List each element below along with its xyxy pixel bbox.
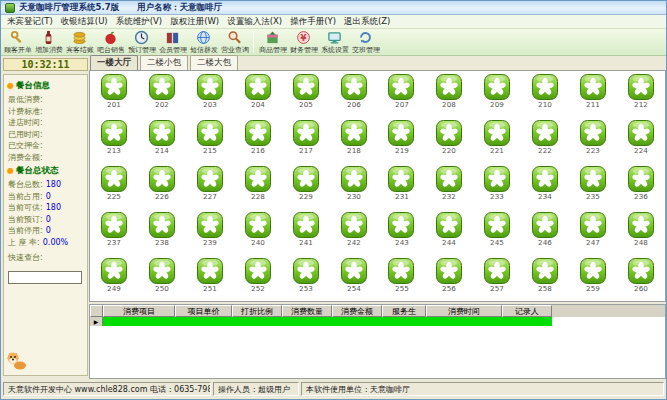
table-button-210[interactable]: 210: [521, 74, 569, 120]
table-button-248[interactable]: 248: [617, 212, 665, 258]
table-button-225[interactable]: 225: [90, 166, 138, 212]
table-button-259[interactable]: 259: [569, 258, 617, 302]
table-button-254[interactable]: 254: [330, 258, 378, 302]
table-status-label: 餐台总数:: [8, 179, 43, 191]
table-button-232[interactable]: 232: [425, 166, 473, 212]
table-button-251[interactable]: 251: [186, 258, 234, 302]
table-button-205[interactable]: 205: [282, 74, 330, 120]
floor-tabs: 一楼大厅二楼小包二楼大包: [89, 56, 666, 70]
table-button-260[interactable]: 260: [617, 258, 665, 302]
table-button-201[interactable]: 201: [90, 74, 138, 120]
table-number: 259: [572, 284, 615, 292]
table-button-233[interactable]: 233: [473, 166, 521, 212]
menu-item-3[interactable]: 系统维护(V): [116, 16, 162, 28]
table-button-219[interactable]: 219: [378, 120, 426, 166]
table-button-228[interactable]: 228: [234, 166, 282, 212]
table-button-221[interactable]: 221: [473, 120, 521, 166]
menu-item-2[interactable]: 收银结算(U): [61, 16, 108, 28]
tab-floor-3[interactable]: 二楼大包: [190, 55, 238, 70]
table-button-202[interactable]: 202: [138, 74, 186, 120]
toolbar-button-globe[interactable]: 短信群发: [188, 29, 219, 55]
table-button-208[interactable]: 208: [425, 74, 473, 120]
menu-item-1[interactable]: 来宾登记(T): [7, 16, 53, 28]
table-button-242[interactable]: 242: [330, 212, 378, 258]
table-button-222[interactable]: 222: [521, 120, 569, 166]
toolbar-button-bottle[interactable]: 增加消费: [33, 29, 64, 55]
toolbar-button-shift[interactable]: 交班管理: [350, 29, 381, 55]
table-button-209[interactable]: 209: [473, 74, 521, 120]
table-button-224[interactable]: 224: [617, 120, 665, 166]
column-header-7[interactable]: 消费时间: [426, 305, 502, 317]
toolbar-button-books[interactable]: 会员管理: [157, 29, 188, 55]
table-button-247[interactable]: 247: [569, 212, 617, 258]
orange-bullet-icon: ●: [7, 81, 14, 90]
quick-find-input[interactable]: [8, 271, 82, 284]
table-button-249[interactable]: 249: [90, 258, 138, 302]
tab-floor-2[interactable]: 二楼小包: [140, 55, 188, 70]
toolbar-button-coins[interactable]: 宾客结账: [64, 29, 95, 55]
table-button-231[interactable]: 231: [378, 166, 426, 212]
table-status-fields: 餐台总数:180当前占用:0当前可供:180当前预订:0当前停用:0上 座 率:…: [6, 179, 85, 248]
tab-floor-1[interactable]: 一楼大厅: [90, 55, 138, 70]
table-button-257[interactable]: 257: [473, 258, 521, 302]
toolbar-button-keys[interactable]: 顾客开单: [2, 29, 33, 55]
table-button-234[interactable]: 234: [521, 166, 569, 212]
table-button-211[interactable]: 211: [569, 74, 617, 120]
table-button-212[interactable]: 212: [617, 74, 665, 120]
table-button-238[interactable]: 238: [138, 212, 186, 258]
table-button-246[interactable]: 246: [521, 212, 569, 258]
column-header-3[interactable]: 打折比例: [232, 305, 282, 317]
toolbar-button-finance[interactable]: ¥财务管理: [288, 29, 319, 55]
table-button-215[interactable]: 215: [186, 120, 234, 166]
table-button-241[interactable]: 241: [282, 212, 330, 258]
table-button-235[interactable]: 235: [569, 166, 617, 212]
table-flower-icon: [138, 212, 186, 238]
table-button-258[interactable]: 258: [521, 258, 569, 302]
table-button-229[interactable]: 229: [282, 166, 330, 212]
table-button-217[interactable]: 217: [282, 120, 330, 166]
table-info-fields: 最低消费:计费标准:进店时间:已用时间:已交押金:消费金额:: [6, 94, 85, 163]
table-button-239[interactable]: 239: [186, 212, 234, 258]
column-header-5[interactable]: 消费金额: [332, 305, 382, 317]
selected-empty-row[interactable]: [103, 317, 552, 326]
table-button-218[interactable]: 218: [330, 120, 378, 166]
table-button-243[interactable]: 243: [378, 212, 426, 258]
menu-item-4[interactable]: 版权注册(W): [170, 16, 219, 28]
menu-item-7[interactable]: 退出系统(Z): [344, 16, 390, 28]
table-button-226[interactable]: 226: [138, 166, 186, 212]
table-button-213[interactable]: 213: [90, 120, 138, 166]
table-button-236[interactable]: 236: [617, 166, 665, 212]
column-header-8[interactable]: 记录人: [502, 305, 552, 317]
menu-item-5[interactable]: 设置输入法(X): [227, 16, 282, 28]
table-button-223[interactable]: 223: [569, 120, 617, 166]
column-header-6[interactable]: 服务生: [382, 305, 426, 317]
toolbar-button-clock[interactable]: 预订管理: [126, 29, 157, 55]
table-button-250[interactable]: 250: [138, 258, 186, 302]
table-button-204[interactable]: 204: [234, 74, 282, 120]
toolbar-button-apple[interactable]: 吧台销售: [95, 29, 126, 55]
column-header-4[interactable]: 消费数量: [282, 305, 332, 317]
toolbar-button-goods[interactable]: 商品管理: [257, 29, 288, 55]
table-button-253[interactable]: 253: [282, 258, 330, 302]
table-button-207[interactable]: 207: [378, 74, 426, 120]
toolbar-button-magnifier[interactable]: 营业查询: [219, 29, 250, 55]
table-button-227[interactable]: 227: [186, 166, 234, 212]
toolbar-button-settings[interactable]: 系统设置: [319, 29, 350, 55]
column-header-2[interactable]: 项目单价: [175, 305, 232, 317]
table-button-237[interactable]: 237: [90, 212, 138, 258]
table-flower-icon: [521, 166, 569, 192]
table-button-240[interactable]: 240: [234, 212, 282, 258]
menu-item-6[interactable]: 操作手册(Y): [290, 16, 336, 28]
table-button-256[interactable]: 256: [425, 258, 473, 302]
table-button-255[interactable]: 255: [378, 258, 426, 302]
table-button-252[interactable]: 252: [234, 258, 282, 302]
table-button-203[interactable]: 203: [186, 74, 234, 120]
column-header-1[interactable]: 消费项目: [103, 305, 175, 317]
table-button-214[interactable]: 214: [138, 120, 186, 166]
table-button-220[interactable]: 220: [425, 120, 473, 166]
table-button-206[interactable]: 206: [330, 74, 378, 120]
table-button-244[interactable]: 244: [425, 212, 473, 258]
table-button-245[interactable]: 245: [473, 212, 521, 258]
table-button-216[interactable]: 216: [234, 120, 282, 166]
table-button-230[interactable]: 230: [330, 166, 378, 212]
